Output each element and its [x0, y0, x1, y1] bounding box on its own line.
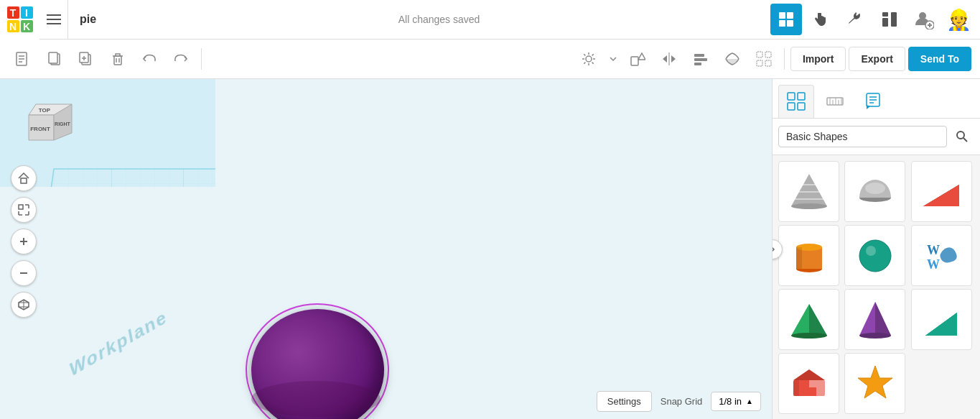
- copy-btn[interactable]: [40, 45, 69, 73]
- svg-marker-117: [925, 313, 957, 336]
- project-name[interactable]: pie: [68, 13, 108, 26]
- mirror-icon: [661, 51, 677, 67]
- view-cube[interactable]: TOP FRONT RIGHT: [14, 93, 75, 155]
- shape-svg-5: [854, 234, 897, 277]
- shape-item-7[interactable]: [778, 289, 839, 350]
- svg-marker-89: [791, 174, 827, 206]
- 3d-view-btn[interactable]: [11, 292, 37, 318]
- add-user-btn[interactable]: [908, 4, 940, 35]
- fit-btn[interactable]: [11, 197, 37, 223]
- svg-rect-58: [21, 178, 27, 183]
- send-to-btn[interactable]: Send To: [908, 47, 971, 71]
- toolbar: Import Export Send To: [0, 40, 980, 79]
- settings-btn[interactable]: Settings: [597, 391, 652, 412]
- zoom-in-btn[interactable]: [11, 229, 37, 254]
- shape-item-4[interactable]: [778, 225, 839, 286]
- redo-icon: [173, 51, 189, 67]
- left-controls: [11, 165, 37, 318]
- delete-btn[interactable]: [103, 45, 132, 73]
- svg-rect-3: [779, 12, 785, 19]
- shape-item-10[interactable]: [778, 353, 839, 414]
- svg-marker-109: [809, 304, 827, 336]
- undo-icon: [141, 51, 157, 67]
- export-btn[interactable]: Export: [849, 47, 905, 71]
- shape-item-3[interactable]: [911, 161, 972, 222]
- view-cube-svg: TOP FRONT RIGHT: [14, 93, 79, 158]
- grid-view-icon: [778, 11, 794, 27]
- svg-rect-120: [793, 380, 799, 396]
- shapes-grid: W W: [773, 155, 980, 419]
- blocks-btn[interactable]: [874, 4, 905, 35]
- svg-rect-47: [765, 60, 771, 66]
- svg-text:W: W: [927, 257, 940, 272]
- svg-point-95: [865, 183, 885, 194]
- shape-item-2[interactable]: [844, 161, 905, 222]
- shape-item-11[interactable]: [844, 353, 905, 414]
- grid-tab-icon: [787, 92, 806, 111]
- svg-marker-37: [638, 53, 645, 60]
- align-btn[interactable]: [686, 45, 715, 73]
- ruler-tab-icon: [826, 92, 844, 111]
- svg-marker-40: [671, 55, 676, 63]
- svg-rect-102: [796, 247, 802, 269]
- svg-rect-36: [631, 57, 638, 65]
- new-btn[interactable]: [9, 45, 37, 73]
- bottom-bar: Settings Snap Grid 1/8 in ▲: [597, 391, 761, 412]
- hand-icon: [812, 11, 829, 28]
- tab-notes[interactable]: [856, 85, 892, 118]
- group-icon: [756, 51, 772, 67]
- shape-item-1[interactable]: [778, 161, 839, 222]
- flip-btn[interactable]: [718, 45, 747, 73]
- svg-point-27: [586, 56, 592, 62]
- top-right-icons: 👷: [770, 4, 980, 35]
- viewport[interactable]: Workplane TOP FRONT RIGHT: [0, 79, 772, 419]
- shape-tool-btn[interactable]: [623, 45, 652, 73]
- add-user-icon: [914, 9, 934, 29]
- svg-text:RIGHT: RIGHT: [55, 121, 71, 126]
- svg-rect-73: [788, 93, 795, 100]
- light-dropdown[interactable]: [606, 45, 620, 73]
- import-btn[interactable]: Import: [790, 47, 846, 71]
- search-shapes-btn[interactable]: [950, 124, 974, 149]
- svg-rect-74: [798, 93, 805, 100]
- group-btn[interactable]: [750, 45, 778, 73]
- home-btn[interactable]: [11, 165, 37, 191]
- redo-btn[interactable]: [167, 45, 195, 73]
- light-btn[interactable]: [574, 45, 603, 73]
- svg-rect-76: [798, 103, 805, 110]
- main-area: Workplane TOP FRONT RIGHT: [0, 79, 980, 419]
- snap-grid-arrow: ▲: [746, 397, 753, 405]
- svg-rect-9: [882, 12, 888, 17]
- snap-grid-value[interactable]: 1/8 in ▲: [711, 392, 761, 411]
- svg-marker-98: [923, 185, 959, 206]
- grid-view-btn[interactable]: [770, 4, 802, 35]
- duplicate-btn[interactable]: [72, 45, 101, 73]
- logo-i: I: [21, 6, 33, 19]
- tab-grid[interactable]: [778, 85, 814, 118]
- shape-item-5[interactable]: [844, 225, 905, 286]
- svg-rect-77: [827, 98, 843, 105]
- tab-ruler[interactable]: [817, 85, 853, 118]
- tinkercad-logo[interactable]: T I N K: [0, 0, 39, 40]
- shape-item-9[interactable]: [911, 289, 972, 350]
- svg-line-35: [592, 54, 594, 55]
- shape-item-8[interactable]: [844, 289, 905, 350]
- zoom-out-btn[interactable]: [11, 260, 37, 286]
- shape-shadow: [251, 381, 381, 417]
- svg-rect-59: [19, 205, 23, 209]
- svg-rect-46: [757, 60, 762, 66]
- shape-category-selector[interactable]: Basic Shapes: [778, 126, 947, 147]
- mirror-tool-btn[interactable]: [655, 45, 683, 73]
- user-avatar[interactable]: 👷: [943, 4, 974, 35]
- dropdown-arrow-icon: [609, 55, 617, 63]
- chevron-right-icon: [772, 244, 778, 254]
- svg-rect-45: [765, 52, 771, 57]
- undo-btn[interactable]: [135, 45, 164, 73]
- shape-item-6[interactable]: W W: [911, 225, 972, 286]
- delete-icon: [110, 51, 126, 67]
- build-btn[interactable]: [839, 4, 871, 35]
- svg-rect-42: [694, 58, 707, 61]
- hand-tool-btn[interactable]: [805, 4, 836, 35]
- shape-svg-4: [788, 234, 831, 277]
- menu-icon[interactable]: [39, 0, 68, 40]
